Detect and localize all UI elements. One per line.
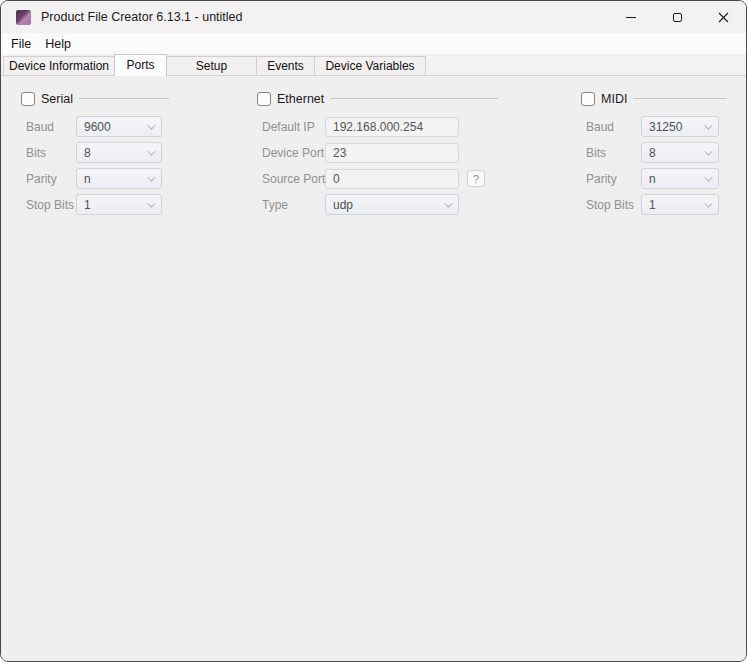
- serial-group-header: Serial: [21, 91, 169, 106]
- serial-stop-bits-value: 1: [84, 198, 91, 212]
- serial-parity-value: n: [84, 172, 91, 186]
- midi-stop-bits-row: Stop Bits 1: [581, 194, 727, 215]
- chevron-down-icon: [147, 173, 155, 181]
- midi-group-title: MIDI: [601, 92, 627, 106]
- midi-parity-row: Parity n: [581, 168, 727, 189]
- chevron-down-icon: [704, 199, 712, 207]
- midi-bits-row: Bits 8: [581, 142, 727, 163]
- tab-ports[interactable]: Ports: [114, 54, 167, 76]
- midi-baud-label: Baud: [586, 120, 641, 134]
- midi-stop-bits-value: 1: [649, 198, 656, 212]
- close-icon: [718, 12, 729, 23]
- midi-parity-label: Parity: [586, 172, 641, 186]
- window-title: Product File Creator 6.13.1 - untitled: [41, 10, 243, 24]
- ethernet-enable-checkbox[interactable]: [257, 92, 271, 106]
- tab-device-variables[interactable]: Device Variables: [314, 56, 426, 75]
- menu-file[interactable]: File: [4, 37, 38, 51]
- midi-bits-value: 8: [649, 146, 656, 160]
- midi-baud-row: Baud 31250: [581, 116, 727, 137]
- chevron-down-icon: [147, 147, 155, 155]
- serial-baud-select[interactable]: 9600: [76, 116, 162, 137]
- serial-group-divider: [79, 98, 169, 99]
- source-port-help-button[interactable]: ?: [467, 170, 485, 187]
- midi-group-header: MIDI: [581, 91, 727, 106]
- ethernet-group-divider: [330, 98, 498, 99]
- chevron-down-icon: [704, 173, 712, 181]
- minimize-button[interactable]: [608, 1, 654, 33]
- serial-parity-row: Parity n: [21, 168, 169, 189]
- close-button[interactable]: [700, 1, 746, 33]
- serial-baud-label: Baud: [26, 120, 76, 134]
- serial-bits-row: Bits 8: [21, 142, 169, 163]
- app-window: Product File Creator 6.13.1 - untitled F…: [0, 0, 747, 662]
- serial-stop-bits-row: Stop Bits 1: [21, 194, 169, 215]
- serial-baud-row: Baud 9600: [21, 116, 169, 137]
- midi-stop-bits-label: Stop Bits: [586, 198, 641, 212]
- ethernet-source-port-input[interactable]: [325, 169, 459, 189]
- serial-stop-bits-label: Stop Bits: [26, 198, 76, 212]
- tab-device-information[interactable]: Device Information: [3, 56, 115, 75]
- ethernet-group: Ethernet Default IP Device Port Source P…: [257, 91, 498, 215]
- serial-bits-select[interactable]: 8: [76, 142, 162, 163]
- serial-bits-value: 8: [84, 146, 91, 160]
- chevron-down-icon: [147, 121, 155, 129]
- ethernet-default-ip-row: Default IP: [257, 116, 498, 137]
- midi-bits-select[interactable]: 8: [641, 142, 719, 163]
- ethernet-group-header: Ethernet: [257, 91, 498, 106]
- serial-group: Serial Baud 9600 Bits 8: [21, 91, 169, 215]
- tab-strip: Device Information Ports Setup Messages …: [1, 54, 746, 76]
- chevron-down-icon: [704, 121, 712, 129]
- maximize-icon: [673, 13, 682, 22]
- midi-bits-label: Bits: [586, 146, 641, 160]
- ethernet-type-value: udp: [333, 198, 353, 212]
- chevron-down-icon: [444, 199, 452, 207]
- serial-enable-checkbox[interactable]: [21, 92, 35, 106]
- tab-events[interactable]: Events: [256, 56, 315, 75]
- window-controls: [608, 1, 746, 33]
- ethernet-default-ip-input[interactable]: [325, 117, 459, 137]
- chevron-down-icon: [704, 147, 712, 155]
- midi-group-divider: [633, 98, 727, 99]
- midi-baud-select[interactable]: 31250: [641, 116, 719, 137]
- ethernet-device-port-input[interactable]: [325, 143, 459, 163]
- serial-parity-label: Parity: [26, 172, 76, 186]
- midi-parity-select[interactable]: n: [641, 168, 719, 189]
- ethernet-source-port-label: Source Port: [262, 172, 325, 186]
- app-icon: [16, 10, 31, 25]
- serial-stop-bits-select[interactable]: 1: [76, 194, 162, 215]
- ports-tab-panel: Serial Baud 9600 Bits 8: [1, 76, 746, 661]
- menu-bar: File Help: [1, 33, 746, 54]
- midi-enable-checkbox[interactable]: [581, 92, 595, 106]
- ethernet-group-title: Ethernet: [277, 92, 324, 106]
- ethernet-type-row: Type udp: [257, 194, 498, 215]
- minimize-icon: [626, 17, 636, 18]
- maximize-button[interactable]: [654, 1, 700, 33]
- ethernet-source-port-row: Source Port ?: [257, 168, 498, 189]
- ethernet-type-select[interactable]: udp: [325, 194, 459, 215]
- midi-baud-value: 31250: [649, 120, 682, 134]
- midi-stop-bits-select[interactable]: 1: [641, 194, 719, 215]
- ethernet-device-port-label: Device Port: [262, 146, 325, 160]
- serial-bits-label: Bits: [26, 146, 76, 160]
- ethernet-default-ip-label: Default IP: [262, 120, 325, 134]
- ethernet-type-label: Type: [262, 198, 325, 212]
- chevron-down-icon: [147, 199, 155, 207]
- serial-parity-select[interactable]: n: [76, 168, 162, 189]
- midi-parity-value: n: [649, 172, 656, 186]
- ethernet-device-port-row: Device Port: [257, 142, 498, 163]
- midi-group: MIDI Baud 31250 Bits 8: [581, 91, 727, 215]
- serial-group-title: Serial: [41, 92, 73, 106]
- title-bar: Product File Creator 6.13.1 - untitled: [1, 1, 746, 33]
- tab-setup-messages[interactable]: Setup Messages: [166, 56, 257, 75]
- menu-help[interactable]: Help: [38, 37, 78, 51]
- serial-baud-value: 9600: [84, 120, 111, 134]
